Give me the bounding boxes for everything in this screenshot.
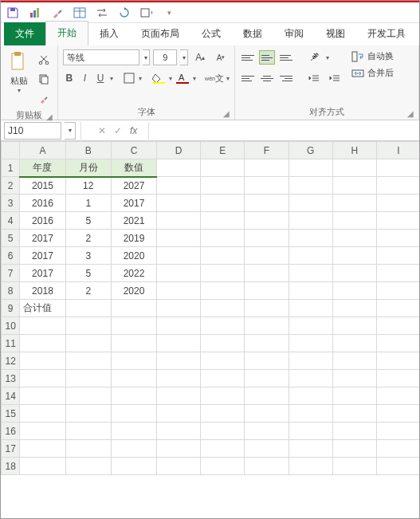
tab-file[interactable]: 文件 [4,22,45,45]
cell[interactable] [157,195,201,212]
phonetic-guide-icon[interactable]: wén文 [206,69,223,87]
cell[interactable] [111,440,156,458]
row-header[interactable]: 8 [2,282,20,300]
cell[interactable] [157,440,201,458]
tab-insert[interactable]: 插入 [88,22,130,45]
add-sheet-icon[interactable]: + [139,6,154,20]
cell[interactable] [65,335,111,352]
tab-developer[interactable]: 开发工具 [356,22,417,45]
cell[interactable] [289,212,332,230]
cell[interactable]: 2021 [111,212,156,230]
cell[interactable] [245,195,289,212]
chevron-down-icon[interactable]: ▾ [180,49,188,65]
increase-indent-icon[interactable] [326,69,343,87]
cell[interactable] [332,387,376,405]
cell[interactable] [376,387,420,405]
cell[interactable] [201,159,245,177]
cell[interactable] [65,300,111,317]
cell[interactable] [201,195,245,212]
qat-dropdown-icon[interactable]: ▾ [162,6,176,20]
align-left-icon[interactable] [240,71,256,85]
cell[interactable] [111,370,156,387]
align-middle-icon[interactable] [259,50,275,65]
cell[interactable]: 2027 [111,177,156,195]
cell[interactable] [289,177,332,195]
cell[interactable] [157,335,201,352]
cell[interactable] [289,230,332,247]
cell[interactable] [376,265,420,282]
bar-chart-icon[interactable] [28,6,42,20]
cell[interactable]: 3 [65,247,111,265]
row-header[interactable]: 17 [2,440,20,458]
row-header[interactable]: 15 [2,405,20,423]
select-all-corner[interactable] [2,142,20,159]
cell[interactable] [245,440,289,458]
cell[interactable] [332,230,376,247]
cell[interactable] [289,440,332,458]
align-top-icon[interactable] [240,50,256,65]
cell[interactable]: 2016 [20,212,65,230]
cell[interactable]: 2015 [20,177,65,195]
column-header[interactable]: H [332,142,376,159]
row-header[interactable]: 2 [2,177,20,195]
cell[interactable] [245,335,289,352]
bold-icon[interactable]: B [63,69,76,87]
decrease-font-icon[interactable]: A▾ [212,49,230,66]
cell[interactable] [376,352,420,370]
cell[interactable] [111,405,156,423]
cell[interactable] [245,458,289,475]
cell[interactable] [289,387,332,405]
switch-icon[interactable] [95,6,109,20]
cell[interactable] [157,352,201,370]
tab-view[interactable]: 视图 [315,22,356,45]
cell[interactable] [332,300,376,317]
row-header[interactable]: 1 [2,159,20,177]
cell[interactable] [111,423,156,440]
row-header[interactable]: 12 [2,352,20,370]
cell[interactable] [289,300,332,317]
cell[interactable]: 数值 [111,159,156,177]
cell[interactable]: 2 [65,282,111,300]
cell[interactable] [376,370,420,387]
cell[interactable]: 2020 [111,247,156,265]
insert-function-icon[interactable]: fx [130,125,137,136]
cell[interactable] [157,387,201,405]
cell[interactable]: 2 [65,230,111,247]
wrap-text-button[interactable]: 自动换 [351,50,394,62]
row-header[interactable]: 9 [2,300,20,317]
cell[interactable] [245,300,289,317]
cell[interactable] [111,387,156,405]
row-header[interactable]: 11 [2,335,20,352]
cell[interactable]: 月份 [65,159,111,177]
formula-input[interactable] [148,122,419,140]
font-name-combo[interactable]: 等线 [63,49,139,65]
cell[interactable] [65,440,111,458]
cell[interactable] [245,282,289,300]
cell[interactable] [201,300,245,317]
font-size-combo[interactable]: 9 [153,49,177,65]
cell[interactable] [111,300,156,317]
align-center-icon[interactable] [259,71,275,85]
cell[interactable] [157,423,201,440]
fill-color-icon[interactable] [151,69,166,87]
copy-icon[interactable] [35,70,53,88]
cell[interactable] [289,282,332,300]
cell[interactable] [332,352,376,370]
italic-icon[interactable]: I [79,69,92,87]
column-header[interactable]: B [65,142,111,159]
chevron-down-icon[interactable]: ▾ [143,49,151,65]
brush-icon[interactable] [50,6,65,20]
cell[interactable] [289,370,332,387]
cell[interactable]: 2016 [20,195,65,212]
tab-page-layout[interactable]: 页面布局 [130,22,190,45]
format-painter-icon[interactable] [35,90,53,108]
cell[interactable] [157,159,201,177]
row-header[interactable]: 13 [2,370,20,387]
cell[interactable] [376,300,420,317]
cell[interactable] [201,352,245,370]
tab-formulas[interactable]: 公式 [190,22,232,45]
name-box[interactable]: J10 [4,122,61,140]
cell[interactable] [332,317,376,335]
cell[interactable] [111,335,156,352]
sheet-table[interactable]: A B C D E F G H I 1 年度 月份 数值 22015122027… [1,141,420,475]
